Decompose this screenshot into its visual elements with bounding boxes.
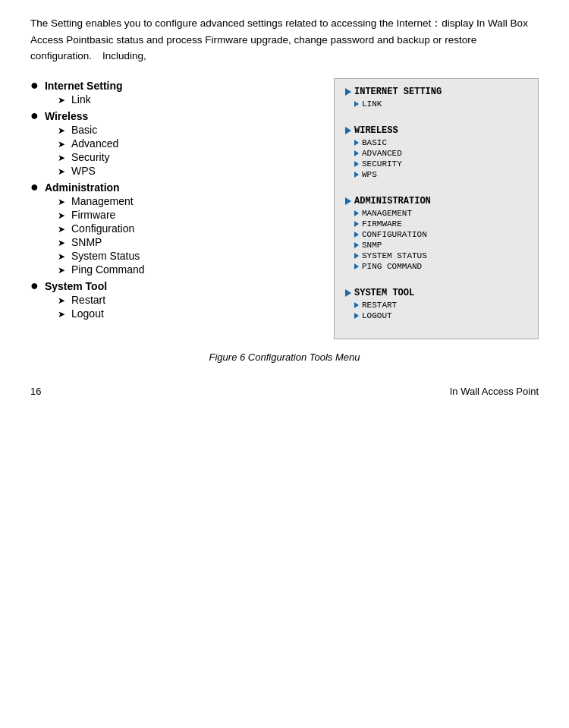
menu-section-title-text: INTERNET SETTING xyxy=(354,87,442,97)
left-list: ●Internet Setting➤Link●Wireless➤Basic➤Ad… xyxy=(30,78,319,323)
arrow-icon: ➤ xyxy=(58,197,65,207)
menu-section-title-text: SYSTEM TOOL xyxy=(354,288,414,298)
menu-sub-arrow-icon xyxy=(354,253,359,259)
sub-item-label: System Status xyxy=(71,250,140,262)
menu-section: WIRELESSBASICADVANCEDSECURITYWPS xyxy=(345,125,527,179)
menu-sub-arrow-icon xyxy=(354,161,359,167)
sub-list-item: ➤Advanced xyxy=(58,137,319,150)
sub-list: ➤Restart➤Logout xyxy=(58,294,319,320)
arrow-icon: ➤ xyxy=(58,309,65,320)
bullet-dot-icon: ● xyxy=(30,78,39,92)
sub-list-item: ➤Link xyxy=(58,93,319,106)
bullet-item: ●Administration➤Management➤Firmware➤Conf… xyxy=(30,180,319,276)
page-number: 16 xyxy=(30,386,41,397)
sub-item-label: Management xyxy=(71,195,134,207)
sub-item-label: SNMP xyxy=(71,236,102,248)
menu-sub-arrow-icon xyxy=(354,101,359,107)
footer: 16 In Wall Access Point xyxy=(30,386,539,397)
menu-sub-item: LINK xyxy=(354,99,527,109)
bullet-main-row: ●Wireless xyxy=(30,109,319,122)
sub-item-label: Security xyxy=(71,151,110,163)
bullet-dot-icon: ● xyxy=(30,180,39,194)
product-name: In Wall Access Point xyxy=(450,386,539,397)
menu-sub-arrow-icon xyxy=(354,263,359,269)
sub-list-item: ➤SNMP xyxy=(58,236,319,248)
bullet-label: System Tool xyxy=(45,280,107,292)
sub-item-label: Firmware xyxy=(71,209,115,221)
menu-section: INTERNET SETTINGLINK xyxy=(345,87,527,109)
menu-sub-arrow-icon xyxy=(354,172,359,178)
sub-list-item: ➤Firmware xyxy=(58,209,319,221)
menu-sub-item-text: MANAGEMENT xyxy=(362,209,412,218)
menu-section-arrow-icon xyxy=(345,289,351,297)
sub-list-item: ➤System Status xyxy=(58,250,319,262)
menu-section-arrow-icon xyxy=(345,197,351,205)
menu-sub-arrow-icon xyxy=(354,210,359,216)
menu-section-title: SYSTEM TOOL xyxy=(345,288,527,298)
sub-item-label: Ping Command xyxy=(71,263,145,276)
menu-section: SYSTEM TOOLRESTARTLOGOUT xyxy=(345,288,527,320)
main-content: ●Internet Setting➤Link●Wireless➤Basic➤Ad… xyxy=(30,78,539,339)
sub-item-label: Logout xyxy=(71,307,104,320)
menu-section-arrow-icon xyxy=(345,127,351,134)
menu-sub-item: FIRMWARE xyxy=(354,219,527,228)
menu-sub-item-text: SNMP xyxy=(362,241,382,250)
figure-caption: Figure 6 Configuration Tools Menu xyxy=(30,351,539,363)
sub-item-label: WPS xyxy=(71,165,96,177)
arrow-icon: ➤ xyxy=(58,166,65,177)
sub-list: ➤Management➤Firmware➤Configuration➤SNMP➤… xyxy=(58,195,319,276)
menu-sub-item-text: LINK xyxy=(362,99,382,109)
sub-list-item: ➤Restart xyxy=(58,294,319,306)
sub-item-label: Link xyxy=(71,93,91,106)
sub-item-label: Restart xyxy=(71,294,105,306)
sub-list-item: ➤Management xyxy=(58,195,319,207)
arrow-icon: ➤ xyxy=(58,224,65,235)
menu-sub-item: SNMP xyxy=(354,241,527,250)
menu-sub-item: MANAGEMENT xyxy=(354,209,527,218)
bullet-main-row: ●Administration xyxy=(30,180,319,194)
menu-sub-item: PING COMMAND xyxy=(354,262,527,271)
menu-sub-arrow-icon xyxy=(354,242,359,248)
sub-item-label: Configuration xyxy=(71,222,134,235)
sub-list-item: ➤Security xyxy=(58,151,319,163)
arrow-icon: ➤ xyxy=(58,125,65,136)
arrow-icon: ➤ xyxy=(58,210,65,221)
menu-sub-arrow-icon xyxy=(354,140,359,146)
sub-list-item: ➤WPS xyxy=(58,165,319,177)
sub-list-item: ➤Logout xyxy=(58,307,319,320)
bullet-item: ●Wireless➤Basic➤Advanced➤Security➤WPS xyxy=(30,109,319,177)
right-menu-image: INTERNET SETTINGLINKWIRELESSBASICADVANCE… xyxy=(334,78,539,339)
sub-list: ➤Link xyxy=(58,93,319,106)
menu-sub-item-text: ADVANCED xyxy=(362,149,402,158)
bullet-main-row: ●Internet Setting xyxy=(30,78,319,92)
menu-sub-item-text: SECURITY xyxy=(362,159,402,169)
bullet-label: Wireless xyxy=(45,110,88,122)
menu-sub-item: WPS xyxy=(354,170,527,179)
menu-sub-item: RESTART xyxy=(354,301,527,310)
menu-sub-item: ADVANCED xyxy=(354,149,527,158)
menu-sub-item: BASIC xyxy=(354,138,527,147)
menu-sub-item-text: SYSTEM STATUS xyxy=(362,251,427,260)
menu-sub-item-text: FIRMWARE xyxy=(362,219,402,228)
arrow-icon: ➤ xyxy=(58,265,65,276)
menu-section-title-text: ADMINISTRATION xyxy=(354,196,431,206)
menu-sub-item-text: BASIC xyxy=(362,138,387,147)
bullet-label: Administration xyxy=(45,181,120,194)
menu-sub-item-text: LOGOUT xyxy=(362,311,392,320)
intro-paragraph: The Setting enables you to configure adv… xyxy=(30,15,539,65)
menu-section-title-text: WIRELESS xyxy=(354,125,398,136)
menu-sub-arrow-icon xyxy=(354,232,359,238)
arrow-icon: ➤ xyxy=(58,153,65,163)
bullet-dot-icon: ● xyxy=(30,109,39,122)
menu-sub-item-text: CONFIGURATION xyxy=(362,230,427,239)
bullet-main-row: ●System Tool xyxy=(30,279,319,292)
menu-sub-arrow-icon xyxy=(354,302,359,308)
sub-list-item: ➤Ping Command xyxy=(58,263,319,276)
arrow-icon: ➤ xyxy=(58,238,65,248)
bullet-dot-icon: ● xyxy=(30,279,39,292)
menu-sub-item: CONFIGURATION xyxy=(354,230,527,239)
menu-sub-item: LOGOUT xyxy=(354,311,527,320)
bullet-label: Internet Setting xyxy=(45,80,123,92)
arrow-icon: ➤ xyxy=(58,295,65,306)
arrow-icon: ➤ xyxy=(58,251,65,262)
